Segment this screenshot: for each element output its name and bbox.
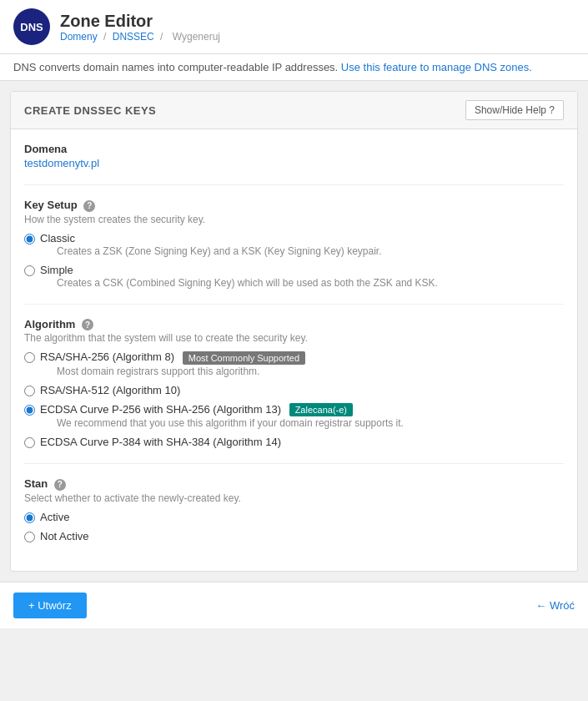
- algorithm-alg13-item: ECDSA Curve P-256 with SHA-256 (Algorith…: [24, 403, 564, 430]
- algorithm-radio-group: RSA/SHA-256 (Algorithm 8) Most Commonly …: [24, 350, 564, 448]
- stan-not-active-item: Not Active: [24, 530, 564, 542]
- algorithm-alg10-label: RSA/SHA-512 (Algorithm 10): [40, 384, 180, 396]
- divider-1: [24, 184, 564, 185]
- create-button[interactable]: + Utwórz: [13, 593, 87, 618]
- stan-radio-group: Active Not Active: [24, 511, 564, 542]
- stan-help-icon[interactable]: ?: [54, 479, 66, 491]
- key-setup-simple-radio[interactable]: [24, 265, 35, 276]
- stan-not-active-label: Not Active: [40, 530, 89, 542]
- algorithm-alg13-radio[interactable]: [24, 405, 35, 416]
- algorithm-alg10-item: RSA/SHA-512 (Algorithm 10): [24, 384, 564, 396]
- stan-label: Stan ?: [24, 477, 564, 491]
- algorithm-alg14-label: ECDSA Curve P-384 with SHA-384 (Algorith…: [40, 436, 281, 448]
- algorithm-alg8-item: RSA/SHA-256 (Algorithm 8) Most Commonly …: [24, 350, 564, 377]
- algorithm-alg8-label: RSA/SHA-256 (Algorithm 8) Most Commonly …: [40, 350, 305, 365]
- key-setup-classic-desc: Creates a ZSK (Zone Signing Key) and a K…: [57, 245, 382, 257]
- app-header: DNS Zone Editor Domeny / DNSSEC / Wygene…: [0, 0, 588, 54]
- algorithm-alg13-desc: We recommend that you use this algorithm…: [57, 417, 404, 429]
- key-setup-simple-label: Simple: [40, 264, 438, 276]
- card-body: Domena testdomenytv.pl Key Setup ? How t…: [11, 129, 577, 571]
- algorithm-alg13-label: ECDSA Curve P-256 with SHA-256 (Algorith…: [40, 403, 404, 417]
- key-setup-label: Key Setup ?: [24, 199, 564, 212]
- key-setup-radio-group: Classic Creates a ZSK (Zone Signing Key)…: [24, 232, 564, 289]
- card-header: CREATE DNSSEC KEYS Show/Hide Help ?: [11, 92, 577, 129]
- algorithm-alg14-radio[interactable]: [24, 437, 35, 448]
- stan-active-radio[interactable]: [24, 512, 35, 523]
- stan-desc: Select whether to activate the newly-cre…: [24, 492, 564, 504]
- intro-link[interactable]: Use this feature to manage DNS zones.: [341, 61, 532, 73]
- breadcrumb: Domeny / DNSSEC / Wygeneruj: [60, 31, 224, 43]
- footer: + Utwórz ← Wróć: [0, 582, 588, 628]
- divider-3: [24, 463, 564, 464]
- content-area: CREATE DNSSEC KEYS Show/Hide Help ? Dome…: [0, 81, 588, 582]
- most-commonly-supported-badge: Most Commonly Supported: [183, 351, 305, 365]
- algorithm-help-icon[interactable]: ?: [82, 319, 93, 330]
- recommended-badge: Zalecana(-e): [289, 403, 353, 416]
- show-hide-help-button[interactable]: Show/Hide Help ?: [465, 100, 564, 120]
- stan-section: Stan ? Select whether to activate the ne…: [24, 477, 564, 542]
- key-setup-simple-desc: Creates a CSK (Combined Signing Key) whi…: [57, 277, 438, 289]
- create-dnssec-card: CREATE DNSSEC KEYS Show/Hide Help ? Dome…: [10, 91, 578, 572]
- algorithm-alg8-desc: Most domain registrars support this algo…: [57, 366, 305, 377]
- domain-value: testdomenytv.pl: [24, 157, 564, 169]
- card-title: CREATE DNSSEC KEYS: [24, 104, 156, 117]
- breadcrumb-current: Wygeneruj: [173, 31, 220, 43]
- app-logo: DNS: [13, 8, 50, 45]
- algorithm-label: Algorithm ?: [24, 318, 564, 331]
- algorithm-alg8-radio[interactable]: [24, 352, 35, 363]
- stan-active-label: Active: [40, 511, 69, 523]
- divider-2: [24, 304, 564, 305]
- domain-label: Domena: [24, 143, 564, 155]
- page-title: Zone Editor: [60, 12, 224, 31]
- key-setup-section: Key Setup ? How the system creates the s…: [24, 199, 564, 289]
- key-setup-simple-item: Simple Creates a CSK (Combined Signing K…: [24, 264, 564, 289]
- back-button[interactable]: ← Wróć: [535, 599, 575, 612]
- algorithm-alg14-item: ECDSA Curve P-384 with SHA-384 (Algorith…: [24, 436, 564, 448]
- stan-active-item: Active: [24, 511, 564, 523]
- key-setup-classic-label: Classic: [40, 232, 382, 245]
- domain-section: Domena testdomenytv.pl: [24, 143, 564, 169]
- stan-not-active-radio[interactable]: [24, 532, 35, 542]
- intro-bar: DNS converts domain names into computer-…: [0, 54, 588, 81]
- key-setup-help-icon[interactable]: ?: [83, 200, 95, 212]
- key-setup-classic-radio[interactable]: [24, 234, 35, 245]
- algorithm-alg10-radio[interactable]: [24, 386, 35, 396]
- algorithm-desc: The algorithm that the system will use t…: [24, 332, 564, 344]
- key-setup-classic-item: Classic Creates a ZSK (Zone Signing Key)…: [24, 232, 564, 257]
- breadcrumb-dnssec[interactable]: DNSSEC: [113, 31, 154, 43]
- breadcrumb-domeny[interactable]: Domeny: [60, 31, 98, 43]
- key-setup-desc: How the system creates the security key.: [24, 214, 564, 225]
- algorithm-section: Algorithm ? The algorithm that the syste…: [24, 318, 564, 449]
